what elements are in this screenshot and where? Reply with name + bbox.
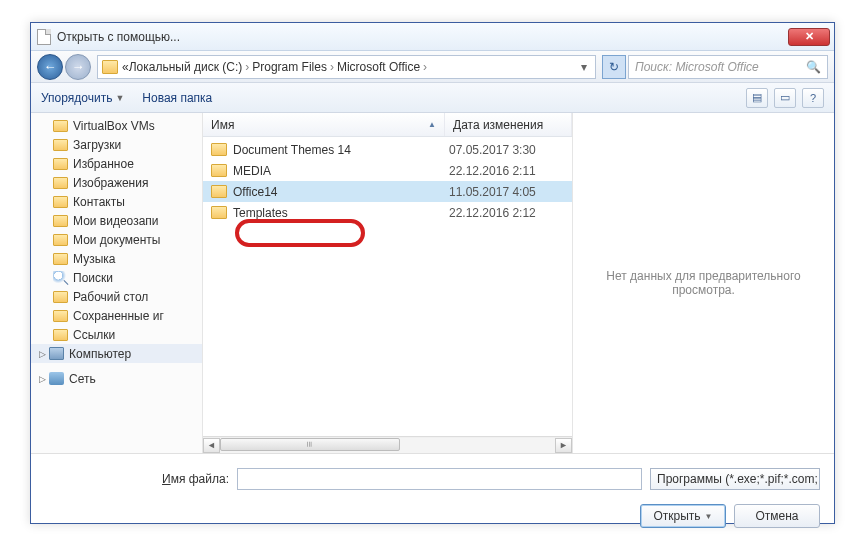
folder-icon [211,164,227,177]
sidebar-item[interactable]: Изображения [31,173,202,192]
folder-icon [53,310,68,322]
sidebar-item[interactable]: Избранное [31,154,202,173]
window-title: Открыть с помощью... [57,30,180,44]
breadcrumb-sep: › [420,60,430,74]
sidebar-item[interactable]: Мои документы [31,230,202,249]
file-type-filter[interactable]: Программы (*.exe;*.pif;*.com;▼ [650,468,820,490]
toolbar: Упорядочить▼ Новая папка ▤ ▭ ? [31,83,834,113]
preview-empty-text: Нет данных для предварительного просмотр… [593,269,814,297]
sidebar-item[interactable]: Поиски [31,268,202,287]
back-button[interactable]: ← [37,54,63,80]
navigation-bar: ← → « Локальный диск (C:) › Program File… [31,51,834,83]
breadcrumb-segment[interactable]: Microsoft Office [337,60,420,74]
column-name[interactable]: Имя▲ [203,113,445,136]
sidebar-item[interactable]: Контакты [31,192,202,211]
file-list: Document Themes 1407.05.2017 3:30 MEDIA2… [203,137,572,436]
sidebar-computer[interactable]: ▷Компьютер [31,344,202,363]
view-mode-button[interactable]: ▤ [746,88,768,108]
list-item[interactable]: Office1411.05.2017 4:05 [203,181,572,202]
breadcrumb-sep: › [327,60,337,74]
folder-icon [53,158,68,170]
split-button-arrow-icon: ▼ [705,512,713,521]
breadcrumb-dropdown-icon[interactable]: ▾ [577,60,591,74]
new-folder-button[interactable]: Новая папка [142,91,212,105]
breadcrumb-prefix: « [122,60,129,74]
horizontal-scrollbar[interactable]: ◄ ► [203,436,572,453]
organize-menu[interactable]: Упорядочить▼ [41,91,124,105]
filename-input[interactable] [237,468,642,490]
cancel-button[interactable]: Отмена [734,504,820,528]
network-icon [49,372,64,385]
titlebar: Открыть с помощью... ✕ [31,23,834,51]
preview-pane: Нет данных для предварительного просмотр… [573,113,834,453]
sidebar-item[interactable]: Рабочий стол [31,287,202,306]
sidebar-item[interactable]: VirtualBox VMs [31,116,202,135]
chevron-down-icon: ▼ [115,93,124,103]
folder-icon [53,234,68,246]
scroll-track[interactable] [220,438,555,453]
list-item[interactable]: MEDIA22.12.2016 2:11 [203,160,572,181]
scroll-thumb[interactable] [220,438,400,451]
expand-icon: ▷ [39,374,49,384]
folder-icon [211,143,227,156]
sidebar-item[interactable]: Мои видеозапи [31,211,202,230]
folder-icon [53,329,68,341]
column-headers: Имя▲ Дата изменения [203,113,572,137]
expand-icon: ▷ [39,349,49,359]
column-date[interactable]: Дата изменения [445,113,572,136]
document-icon [37,29,51,45]
search-input[interactable]: Поиск: Microsoft Office 🔍 [628,55,828,79]
search-folder-icon [53,271,68,284]
main-area: VirtualBox VMs Загрузки Избранное Изобра… [31,113,834,453]
folder-icon [211,206,227,219]
filename-label: Имя файла: [45,472,229,486]
folder-icon [211,185,227,198]
list-item[interactable]: Document Themes 1407.05.2017 3:30 [203,139,572,160]
file-list-pane: Имя▲ Дата изменения Document Themes 1407… [203,113,573,453]
scroll-right-button[interactable]: ► [555,438,572,453]
list-item[interactable]: Templates22.12.2016 2:12 [203,202,572,223]
breadcrumb-sep: › [242,60,252,74]
bottom-panel: Имя файла: Программы (*.exe;*.pif;*.com;… [31,453,834,538]
sidebar: VirtualBox VMs Загрузки Избранное Изобра… [31,113,203,453]
help-button[interactable]: ? [802,88,824,108]
folder-icon [53,177,68,189]
sort-asc-icon: ▲ [428,120,436,129]
sidebar-item[interactable]: Музыка [31,249,202,268]
folder-icon [53,253,68,265]
close-button[interactable]: ✕ [788,28,830,46]
computer-icon [49,347,64,360]
open-with-dialog: Открыть с помощью... ✕ ← → « Локальный д… [30,22,835,524]
folder-icon [53,291,68,303]
refresh-button[interactable]: ↻ [602,55,626,79]
folder-icon [102,60,118,74]
search-placeholder: Поиск: Microsoft Office [635,60,759,74]
preview-pane-button[interactable]: ▭ [774,88,796,108]
folder-icon [53,120,68,132]
chevron-down-icon: ▼ [818,474,820,484]
sidebar-item[interactable]: Загрузки [31,135,202,154]
folder-icon [53,196,68,208]
open-button[interactable]: Открыть▼ [640,504,726,528]
folder-icon [53,215,68,227]
breadcrumb-segment[interactable]: Program Files [252,60,327,74]
search-icon: 🔍 [806,60,821,74]
breadcrumb-segment[interactable]: Локальный диск (C:) [129,60,243,74]
forward-button[interactable]: → [65,54,91,80]
breadcrumb[interactable]: « Локальный диск (C:) › Program Files › … [97,55,596,79]
sidebar-network[interactable]: ▷Сеть [31,369,202,388]
sidebar-item[interactable]: Сохраненные иг [31,306,202,325]
sidebar-item[interactable]: Ссылки [31,325,202,344]
folder-icon [53,139,68,151]
scroll-left-button[interactable]: ◄ [203,438,220,453]
